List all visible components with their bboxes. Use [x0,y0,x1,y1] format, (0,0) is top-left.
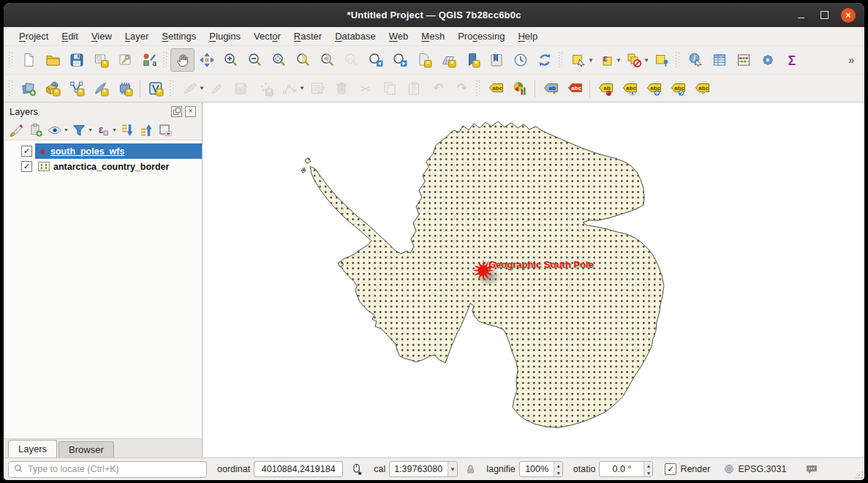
new-print-layout-icon[interactable]: * [88,48,113,72]
new-map-view-icon[interactable]: * [412,48,436,72]
zoom-last-icon[interactable] [363,48,388,72]
field-calculator-icon[interactable] [731,48,755,72]
filter-legend-by-expression-icon[interactable]: ε [94,122,112,138]
rotation-down-icon[interactable]: ▼ [644,469,652,476]
new-project-icon[interactable] [16,48,40,72]
select-features-icon[interactable] [566,48,590,72]
menu-database[interactable]: Database [328,29,382,44]
lock-scale-icon[interactable] [465,464,476,475]
rotation-input[interactable] [600,463,644,475]
toolbar-grip[interactable] [559,52,562,68]
highlight-pinned-labels-icon[interactable]: abc [562,77,586,100]
magnifier-spinbox[interactable]: ▲▼ [519,461,563,477]
toolbar-grip[interactable] [476,80,480,97]
menu-plugins[interactable]: Plugins [203,29,247,44]
panel-float-icon[interactable] [171,106,182,117]
zoom-out-icon[interactable] [243,48,267,72]
layer-labeling-options-icon[interactable]: abc [483,77,507,100]
menu-settings[interactable]: Settings [155,29,203,44]
menu-help[interactable]: Help [511,29,544,44]
open-data-source-manager-icon[interactable] [16,77,40,100]
zoom-next-icon[interactable] [388,48,412,72]
tab-browser[interactable]: Browser [59,441,114,457]
temporal-controller-icon[interactable] [508,48,532,72]
locate-input[interactable] [26,463,202,475]
new-virtual-layer-icon[interactable]: * [143,77,167,100]
layer-visibility-checkbox[interactable]: ✓ [21,161,32,172]
pin-labels-icon[interactable]: ab [538,77,562,100]
pan-map-icon[interactable] [170,48,195,72]
menu-raster[interactable]: Raster [287,29,328,44]
new-3d-map-view-icon[interactable]: * [436,48,460,72]
zoom-to-layer-icon[interactable] [315,48,339,72]
filter-legend-dropdown-icon[interactable]: ▼ [88,127,93,132]
save-project-icon[interactable] [64,48,88,72]
locate-bar[interactable] [8,461,207,478]
messages-icon[interactable] [805,463,818,476]
collapse-all-icon[interactable] [137,122,155,138]
filter-legend-icon[interactable] [70,122,88,138]
toolbar-grip[interactable] [676,52,679,68]
close-button[interactable]: × [841,8,856,23]
new-spatialite-layer-icon[interactable]: * [88,77,113,100]
expand-all-icon[interactable] [118,122,136,138]
show-layout-manager-icon[interactable] [113,48,137,72]
select-by-expression-icon[interactable]: ε [594,48,618,72]
panel-close-icon[interactable]: × [185,106,196,117]
open-attribute-table-icon[interactable] [707,48,731,72]
menu-processing[interactable]: Processing [451,29,511,44]
menu-layer[interactable]: Layer [118,29,156,44]
rotation-up-icon[interactable]: ▲ [644,462,652,469]
show-hide-labels-icon[interactable]: abc [617,77,641,100]
show-spatial-bookmarks-icon[interactable] [484,48,508,72]
menu-edit[interactable]: Edit [55,29,84,44]
layer-row-antarctica_country_border[interactable]: ✓antarctica_country_border [4,159,202,174]
render-checkbox[interactable]: ✓ [665,463,676,475]
coordinate-input[interactable] [257,463,339,475]
manage-map-themes-dropdown-icon[interactable]: ▼ [64,127,69,132]
menu-project[interactable]: Project [12,29,55,44]
move-label-icon[interactable]: abc [641,77,665,100]
toolbar-grip[interactable] [9,80,12,97]
layer-label[interactable]: south_poles_wfs [50,146,124,157]
menu-mesh[interactable]: Mesh [415,29,451,44]
menu-vector[interactable]: Vector [247,29,287,44]
crs-status[interactable]: EPSG:3031 [723,463,786,475]
scale-combobox[interactable]: ▼ [389,461,458,477]
layer-visibility-checkbox[interactable]: ✓ [21,146,32,157]
new-shapefile-layer-icon[interactable]: * [64,77,88,100]
open-project-icon[interactable] [40,48,64,72]
layer-diagram-options-icon[interactable] [507,77,532,100]
scale-input[interactable] [390,463,448,475]
extents-icon[interactable] [350,463,363,476]
change-label-icon[interactable]: abc [690,77,714,100]
manage-map-themes-icon[interactable] [46,122,64,138]
menu-view[interactable]: View [85,29,118,44]
select-by-value-icon[interactable] [649,48,673,72]
statistical-summary-icon[interactable]: Σ [780,48,804,72]
maximize-button[interactable] [818,9,831,22]
rotate-label-icon[interactable]: abc [665,77,690,100]
new-spatial-bookmark-icon[interactable]: * [460,48,484,72]
add-group-icon[interactable] [27,122,45,138]
rotation-spinbox[interactable]: ▲▼ [599,461,653,477]
zoom-in-icon[interactable] [219,48,243,72]
refresh-map-icon[interactable] [532,48,556,72]
menu-web[interactable]: Web [382,29,415,44]
zoom-to-selection-icon[interactable] [291,48,315,72]
magnifier-up-icon[interactable]: ▲ [554,462,562,469]
scale-dropdown-icon[interactable]: ▼ [448,462,457,476]
resize-grip[interactable] [856,471,863,479]
toolbar-overflow-icon[interactable]: » [848,54,861,66]
magnifier-input[interactable] [520,463,554,475]
tab-layers[interactable]: Layers [8,440,57,457]
pan-to-selection-icon[interactable] [195,48,219,72]
toolbar-grip[interactable] [9,52,12,68]
open-layer-styling-panel-icon[interactable] [8,122,26,138]
minimize-button[interactable] [794,9,807,22]
zoom-full-icon[interactable] [267,48,291,72]
map-canvas[interactable]: Geographic South Pole Geographic South P… [202,102,864,457]
identify-features-icon[interactable]: i [683,48,707,72]
toolbar-grip[interactable] [163,52,167,68]
new-temporary-scratch-layer-icon[interactable]: * [113,77,137,100]
